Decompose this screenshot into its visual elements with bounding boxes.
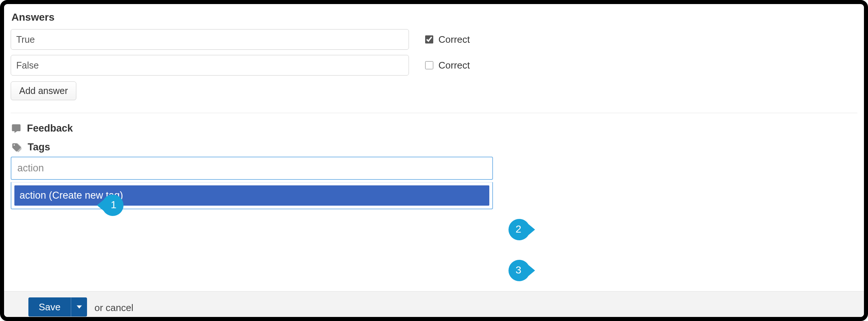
answer-input-1[interactable] [11, 29, 409, 50]
answer-input-2[interactable] [11, 55, 409, 76]
save-split-button: Save [28, 297, 87, 317]
feedback-row[interactable]: Feedback [11, 123, 857, 134]
comment-icon [11, 123, 22, 134]
tag-dropdown: action (Create new tag) [11, 182, 493, 209]
add-answer-button[interactable]: Add answer [11, 81, 76, 100]
tags-icon [11, 142, 22, 153]
annotation-2: 2 [508, 219, 535, 240]
editor-frame: Answers Correct Correct Add answer Feedb… [0, 0, 868, 321]
answers-heading: Answers [11, 11, 857, 23]
divider [11, 113, 857, 113]
answer-row: Correct [11, 29, 857, 50]
tags-row[interactable]: Tags [11, 142, 857, 153]
tags-area: action (Create new tag) [11, 157, 493, 209]
correct-checkbox-1[interactable] [425, 35, 433, 43]
caret-down-icon [77, 304, 82, 310]
tags-label: Tags [28, 142, 50, 153]
feedback-label: Feedback [27, 123, 73, 134]
save-caret-button[interactable] [71, 297, 87, 317]
correct-checkbox-2[interactable] [425, 61, 433, 69]
cancel-text: or cancel [94, 301, 133, 314]
tag-option-create[interactable]: action (Create new tag) [14, 185, 489, 206]
save-button[interactable]: Save [28, 297, 71, 317]
correct-label-2: Correct [438, 60, 470, 71]
correct-wrap-1: Correct [424, 34, 470, 45]
save-bar: Save or cancel [4, 291, 864, 317]
tag-input-wrap [11, 157, 493, 180]
correct-label-1: Correct [438, 34, 470, 45]
correct-wrap-2: Correct [424, 60, 470, 71]
annotation-3: 3 [508, 260, 535, 281]
answer-row: Correct [11, 55, 857, 76]
cancel-link[interactable]: cancel [106, 302, 133, 313]
tag-input[interactable] [13, 159, 491, 178]
